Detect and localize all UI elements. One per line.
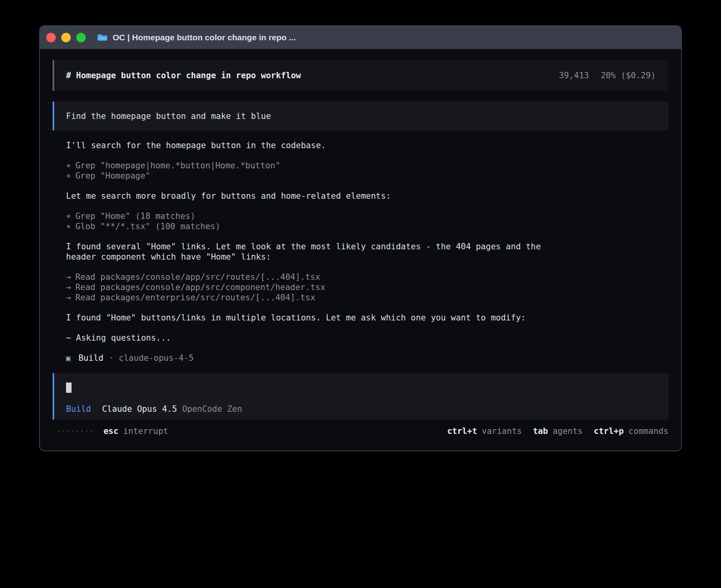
- tool-call-text: Read packages/enterprise/src/routes/[...…: [75, 293, 315, 302]
- terminal-window: OC | Homepage button color change in rep…: [39, 25, 682, 451]
- shortcut-commands: ctrl+p commands: [594, 426, 668, 436]
- tool-call-row: →Read packages/console/app/src/routes/[.…: [66, 272, 668, 282]
- status-asking-questions: ~ Asking questions...: [66, 333, 556, 343]
- prompt-input[interactable]: Build Claude Opus 4.5 OpenCode Zen: [53, 373, 668, 420]
- window-title: OC | Homepage button color change in rep…: [113, 33, 296, 42]
- close-button[interactable]: [46, 33, 56, 42]
- shortcut-variants: ctrl+t variants: [447, 426, 522, 436]
- agent-status: ▣ Build · claude-opus-4-5: [66, 353, 668, 363]
- minimize-button[interactable]: [61, 33, 71, 42]
- read-icon: →: [66, 292, 71, 303]
- grep-icon: ∗: [66, 211, 71, 221]
- mode-indicator: Build: [66, 404, 91, 414]
- tool-call-group: →Read packages/console/app/src/routes/[.…: [66, 272, 668, 303]
- tool-call-row: →Read packages/console/app/src/component…: [66, 282, 668, 292]
- tool-call-text: Grep "Homepage": [75, 171, 151, 181]
- spinner-dots: ········: [57, 426, 94, 436]
- shortcut-key: ctrl+p: [594, 426, 624, 436]
- assistant-text: I found several "Home" links. Let me loo…: [66, 241, 556, 262]
- context-usage: 20% ($0.29): [601, 70, 656, 81]
- session-meta: 39,413 20% ($0.29): [559, 70, 656, 81]
- session-title: # Homepage button color change in repo w…: [66, 70, 301, 81]
- agent-icon: ▣: [66, 353, 70, 363]
- esc-key-hint: esc: [104, 426, 119, 436]
- input-status-bar: Build Claude Opus 4.5 OpenCode Zen: [66, 404, 657, 414]
- tool-call-group: ∗Grep "Home" (18 matches) ∗Glob "**/*.ts…: [66, 211, 668, 232]
- tool-call-text: Grep "Home" (18 matches): [75, 211, 195, 221]
- text-cursor: [66, 383, 72, 393]
- tool-call-text: Read packages/console/app/src/routes/[..…: [75, 272, 321, 282]
- grep-icon: ∗: [66, 171, 71, 181]
- tool-call-text: Read packages/console/app/src/component/…: [75, 283, 325, 292]
- agent-model: claude-opus-4-5: [119, 353, 194, 363]
- read-icon: →: [66, 272, 71, 282]
- user-message-text: Find the homepage button and make it blu…: [66, 111, 271, 121]
- tool-call-row: →Read packages/enterprise/src/routes/[..…: [66, 292, 668, 303]
- window-titlebar[interactable]: OC | Homepage button color change in rep…: [40, 26, 681, 49]
- assistant-text: Let me search more broadly for buttons a…: [66, 191, 556, 201]
- folder-icon: [97, 34, 108, 41]
- assistant-text: I found "Home" buttons/links in multiple…: [66, 313, 556, 323]
- model-indicator: Claude Opus 4.5: [102, 404, 177, 414]
- shortcut-key: ctrl+t: [447, 426, 477, 436]
- traffic-lights: [40, 33, 86, 42]
- tool-call-row: ∗Grep "Homepage": [66, 171, 668, 181]
- shortcut-label: commands: [629, 426, 668, 436]
- session-header: # Homepage button color change in repo w…: [53, 60, 668, 91]
- status-footer: ········ esc interrupt ctrl+t variants t…: [53, 426, 668, 436]
- glob-icon: ∗: [66, 221, 71, 232]
- grep-icon: ∗: [66, 160, 71, 171]
- read-icon: →: [66, 282, 71, 292]
- token-count: 39,413: [559, 70, 589, 81]
- tool-call-row: ∗Grep "Home" (18 matches): [66, 211, 668, 221]
- tool-call-text: Glob "**/*.tsx" (100 matches): [75, 222, 221, 231]
- shortcut-label: variants: [482, 426, 522, 436]
- tool-call-row: ∗Grep "homepage|home.*button|Home.*butto…: [66, 160, 668, 171]
- shortcut-agents: tab agents: [533, 426, 583, 436]
- shortcut-hints: ctrl+t variants tab agents ctrl+p comman…: [436, 426, 668, 436]
- user-message: Find the homepage button and make it blu…: [53, 102, 668, 130]
- tool-call-group: ∗Grep "homepage|home.*button|Home.*butto…: [66, 160, 668, 181]
- window-title-group: OC | Homepage button color change in rep…: [97, 33, 296, 42]
- terminal-content: # Homepage button color change in repo w…: [40, 49, 681, 436]
- assistant-text: I'll search for the homepage button in t…: [66, 140, 556, 151]
- shortcut-key: tab: [533, 426, 548, 436]
- shortcut-label: agents: [553, 426, 583, 436]
- assistant-transcript: I'll search for the homepage button in t…: [53, 140, 668, 363]
- agent-separator: ·: [109, 353, 114, 363]
- tool-call-text: Grep "homepage|home.*button|Home.*button…: [75, 161, 280, 170]
- esc-key-label: interrupt: [123, 426, 168, 436]
- tool-call-row: ∗Glob "**/*.tsx" (100 matches): [66, 221, 668, 232]
- provider-indicator: OpenCode Zen: [182, 404, 242, 414]
- zoom-button[interactable]: [76, 33, 86, 42]
- agent-name: Build: [78, 353, 103, 363]
